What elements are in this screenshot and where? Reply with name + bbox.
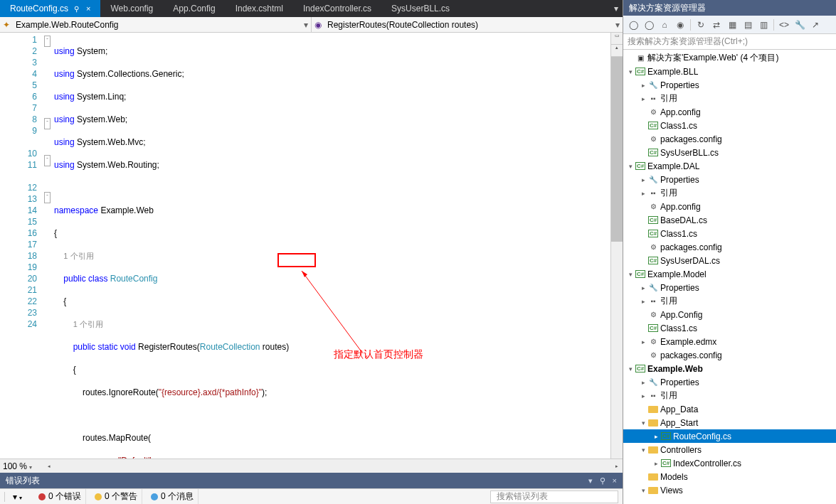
scroll-right-icon[interactable]: ▸ [610,463,623,469]
fold-toggle[interactable]: - [44,192,51,203]
scroll-up-icon[interactable]: ▴ [611,45,623,57]
expand-toggle[interactable]: ▾ [626,163,635,170]
expand-toggle[interactable]: ▸ [639,392,647,400]
tree-node[interactable]: ▸🔧Properties [623,173,836,186]
tree-node[interactable]: ▸⚙packages.config [623,348,836,362]
tab-overflow-icon[interactable]: ▾ [614,4,618,14]
tree-node[interactable]: ▸▪▪引用 [623,294,836,308]
tab-indexcshtml[interactable]: Index.cshtml [226,0,293,17]
tree-node[interactable]: ▸⚙packages.config [623,132,836,146]
filter-dropdown[interactable]: ▾ ▾ [4,492,30,502]
codelens-references[interactable]: 1 个引用 [73,320,103,328]
show-all-icon[interactable]: ▦ [725,18,739,32]
errors-filter[interactable]: 0 个错误 [34,489,86,504]
tree-node[interactable]: ▸▪▪引用 [623,186,836,200]
pin-icon[interactable]: ⚲ [74,5,79,13]
solution-tree[interactable]: ▸▣解决方案'Example.Web' (4 个项目)▾C#Example.BL… [623,50,836,504]
preview-icon[interactable]: ▥ [756,18,771,32]
tree-node[interactable]: ▸⚙Example.edmx [623,335,836,348]
forward-icon[interactable]: ◯ [642,18,656,32]
more-icon[interactable]: ↗ [808,18,822,32]
expand-toggle[interactable]: ▸ [639,338,647,345]
tree-node[interactable]: ▾C#Example.BLL [623,65,836,78]
member-navigator[interactable]: RegisterRoutes(RouteCollection routes) ▾ [324,17,623,32]
tree-node[interactable]: ▾C#Example.DAL [623,159,836,173]
tree-node[interactable]: ▸▪▪引用 [623,92,836,105]
code-editor[interactable]: 1 2 3 4 5 6 7 8 9 10 11 12 13 14 15 16 1… [0,33,623,459]
fold-toggle[interactable]: - [44,36,51,47]
tree-node[interactable]: ▸▣解决方案'Example.Web' (4 个项目) [623,51,836,65]
fold-toggle[interactable]: - [44,118,51,129]
tree-node[interactable]: ▸C#Class1.cs [623,227,836,240]
tab-webconfig[interactable]: Web.config [100,0,163,17]
tree-node[interactable]: ▾C#Example.Model [623,267,836,281]
expand-toggle[interactable]: ▾ [639,446,647,454]
expand-toggle[interactable]: ▸ [639,176,647,183]
horizontal-scrollbar[interactable]: ◂ ▸ [43,463,623,469]
tree-node[interactable]: ▸C#RouteConfig.cs [623,429,836,443]
expand-toggle[interactable]: ▾ [626,271,635,278]
tree-node[interactable]: ▾C#Example.Web [623,362,836,375]
expand-toggle[interactable]: ▸ [639,379,647,386]
solution-explorer-title[interactable]: 解决方案资源管理器 [623,0,836,16]
tree-node[interactable]: ▸⚙App.config [623,200,836,213]
tree-node[interactable]: ▾Views [623,483,836,497]
tab-sysuserbll[interactable]: SysUserBLL.cs [381,0,460,17]
scroll-thumb[interactable] [611,57,623,242]
tree-node[interactable]: ▸⚙App.config [623,105,836,119]
tree-node[interactable]: ▾Controllers [623,443,836,456]
close-icon[interactable]: × [86,4,90,13]
expand-toggle[interactable]: ▾ [639,487,647,494]
expand-toggle[interactable]: ▾ [626,68,635,75]
tab-routeconfig[interactable]: RouteConfig.cs ⚲ × [0,0,100,17]
sync-icon[interactable]: ◉ [673,18,687,32]
expand-toggle[interactable]: ▸ [639,82,647,89]
properties-icon[interactable]: ▤ [741,18,755,32]
tab-indexcontroller[interactable]: IndexController.cs [293,0,381,17]
fold-toggle[interactable]: - [44,155,51,166]
tree-node[interactable]: ▸C#SysUserBLL.cs [623,146,836,159]
tab-appconfig[interactable]: App.Config [163,0,225,17]
tree-node[interactable]: ▸App_Data [623,402,836,416]
tree-node[interactable]: ▸🔧Properties [623,281,836,294]
collapse-icon[interactable]: ⇄ [709,18,724,32]
expand-toggle[interactable]: ▾ [626,365,635,372]
zoom-level[interactable]: 100 % ▾ [0,461,43,471]
expand-toggle[interactable]: ▸ [652,460,660,467]
tree-node[interactable]: ▸🔧Properties [623,78,836,92]
tree-node[interactable]: ▸⚙App.Config [623,308,836,321]
tree-node[interactable]: ▸C#SysUserDAL.cs [623,254,836,267]
tree-node[interactable]: ▸⚙packages.config [623,240,836,254]
tree-node[interactable]: ▸C#IndexController.cs [623,456,836,470]
close-icon[interactable]: × [613,476,617,485]
tree-node[interactable]: ▸🔧Properties [623,375,836,389]
expand-toggle[interactable]: ▸ [652,433,660,440]
wrench-icon[interactable]: 🔧 [793,18,807,32]
back-icon[interactable]: ◯ [626,18,640,32]
tree-node[interactable]: ▸C#Class1.cs [623,321,836,335]
code-area[interactable]: using System; using System.Collections.G… [53,33,610,459]
expand-toggle[interactable]: ▸ [639,284,647,291]
dropdown-icon[interactable]: ▾ [588,476,593,486]
error-list-header[interactable]: 错误列表 ▾ ⚲ × [0,473,623,488]
expand-toggle[interactable]: ▸ [639,190,647,197]
error-search-input[interactable]: 搜索错误列表 [490,490,618,503]
pin-icon[interactable]: ⚲ [600,476,605,486]
refresh-icon[interactable]: ↻ [694,18,708,32]
type-navigator[interactable]: Example.Web.RouteConfig ▾ [13,17,312,32]
tree-node[interactable]: ▸Models [623,470,836,483]
expand-toggle[interactable]: ▾ [639,419,647,427]
tree-node[interactable]: ▸C#BaseDAL.cs [623,213,836,227]
warnings-filter[interactable]: 0 个警告 [90,489,142,504]
tree-node[interactable]: ▾App_Start [623,416,836,429]
vertical-scrollbar[interactable]: ▭ ▴ [610,33,623,459]
tree-node[interactable]: ▸▪▪引用 [623,389,836,402]
home-icon[interactable]: ⌂ [657,18,672,32]
code-icon[interactable]: <> [777,18,791,32]
scroll-left-icon[interactable]: ◂ [43,463,55,469]
expand-toggle[interactable]: ▸ [639,298,647,305]
expand-toggle[interactable]: ▸ [639,95,647,102]
scroll-split-icon[interactable]: ▭ [611,33,623,45]
messages-filter[interactable]: 0 个消息 [147,489,199,504]
tree-node[interactable]: ▸C#Class1.cs [623,119,836,132]
